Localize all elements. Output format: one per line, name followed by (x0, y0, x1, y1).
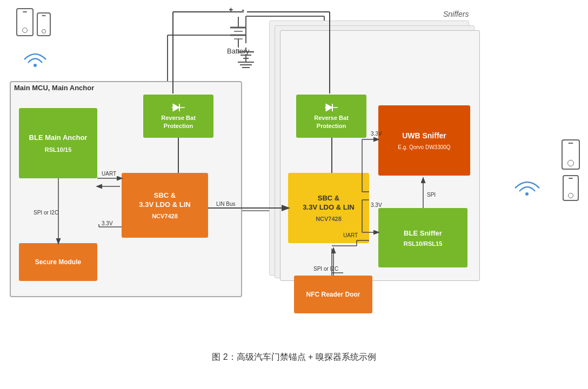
v33-ble-label: 3.3V (371, 202, 382, 208)
secure-module-title: Secure Module (35, 258, 81, 266)
uart-right-label: UART (343, 232, 358, 238)
uwb-sniffer-subtitle: E.g. Qorvo DW3300Q (398, 144, 450, 150)
phone-right-2 (563, 175, 579, 201)
svg-point-72 (525, 192, 529, 196)
sbc-left-block: SBC &3.3V LDO & LIN NCV7428 (122, 173, 208, 238)
svg-marker-39 (173, 104, 179, 111)
reverse-bat-right-title: Reverse BatProtection (314, 114, 349, 130)
battery-polarity: + - (227, 5, 249, 14)
phone-icon-2 (37, 12, 51, 36)
ble-main-anchor-block: BLE Main Anchor RSL10/15 (19, 108, 97, 178)
uwb-sniffer-block: UWB Sniffer E.g. Qorvo DW3300Q (378, 105, 470, 176)
reverse-bat-left-block: Reverse BatProtection (143, 95, 213, 138)
nfc-reader-title: NFC Reader Door (306, 291, 360, 298)
ble-main-anchor-subtitle: RSL10/15 (45, 146, 72, 153)
phone-icon-1 (16, 8, 34, 36)
svg-marker-43 (326, 104, 332, 111)
ble-sniffer-title: BLE Sniffer (404, 229, 442, 237)
ground-symbol (235, 48, 257, 66)
svg-point-28 (34, 64, 37, 67)
spi-label: SPI (427, 192, 436, 198)
diagram-caption: 图 2：高级汽车门禁锚点 + 嗅探器系统示例 (0, 352, 588, 363)
reverse-bat-left-title: Reverse BatProtection (161, 114, 196, 130)
battery-symbol (228, 14, 249, 49)
lin-bus-label: LIN Bus (216, 201, 236, 207)
phones-right-group (562, 139, 580, 201)
v33-left-label: 3.3V (102, 220, 113, 226)
phones-left-group (16, 8, 51, 36)
sniffers-label: Sniffers (443, 10, 469, 18)
uwb-sniffer-title: UWB Sniffer (402, 131, 446, 140)
spi-i2c-right-label: SPI or I2C (313, 266, 338, 272)
phone-right-1 (562, 139, 580, 170)
wifi-signal-left (19, 41, 51, 70)
uart-left-label: UART (102, 171, 116, 177)
sbc-left-subtitle: NCV7428 (152, 213, 178, 219)
sbc-left-title: SBC &3.3V LDO & LIN (139, 191, 190, 210)
nfc-reader-block: NFC Reader Door (294, 276, 372, 313)
ble-sniffer-subtitle: RSL10/RSL15 (404, 240, 443, 247)
diagram-container: + - Battery Sniffers Main MCU, Main Anc (0, 0, 588, 367)
reverse-bat-right-block: Reverse BatProtection (296, 95, 366, 138)
sbc-right-title: SBC &3.3V LDO & LIN (303, 194, 354, 212)
main-mcu-label: Main MCU, Main Anchor (14, 84, 94, 92)
ble-main-anchor-title: BLE Main Anchor (29, 133, 88, 143)
v33-uwb-label: 3.3V (371, 131, 382, 137)
secure-module-block: Secure Module (19, 243, 97, 281)
ble-sniffer-block: BLE Sniffer RSL10/RSL15 (378, 208, 467, 267)
sbc-right-subtitle: NCV7428 (316, 216, 342, 222)
spi-i2c-left-label: SPI or I2C (34, 210, 58, 216)
wifi-signal-right (510, 167, 545, 199)
